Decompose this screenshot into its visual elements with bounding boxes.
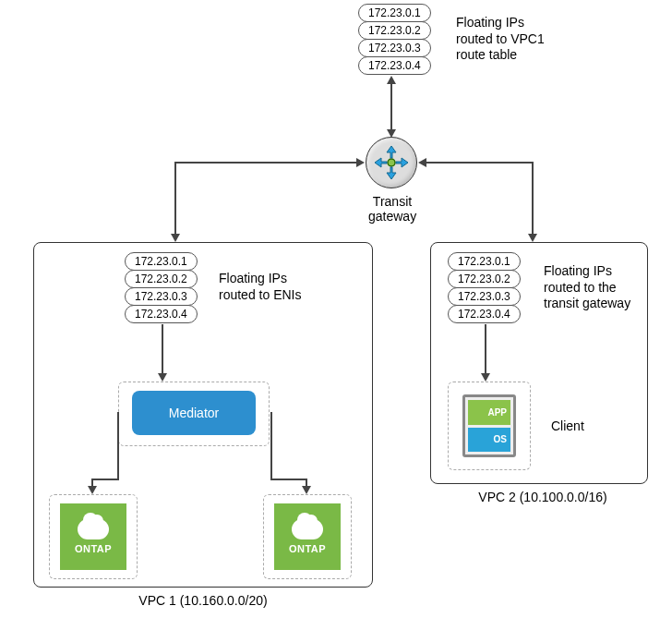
ip-pill: 172.23.0.1 — [125, 252, 198, 271]
connector-line — [174, 162, 176, 236]
svg-point-0 — [388, 159, 395, 166]
label-line: Floating IPs — [219, 271, 302, 287]
arrowhead-down-icon — [88, 486, 97, 494]
top-floating-ips: 172.23.0.1 172.23.0.2 172.23.0.3 172.23.… — [358, 4, 431, 74]
client-label: Client — [551, 418, 584, 435]
vpc2-container: 172.23.0.1 172.23.0.2 172.23.0.3 172.23.… — [430, 242, 648, 484]
vpc1-container: 172.23.0.1 172.23.0.2 172.23.0.3 172.23.… — [33, 242, 373, 588]
label-line: transit gateway — [544, 296, 630, 312]
label-line: Floating IPs — [456, 15, 545, 31]
arrowhead-left-icon — [418, 158, 426, 167]
label-line: route table — [456, 47, 545, 64]
ip-pill: 172.23.0.2 — [358, 21, 431, 40]
label-line: Floating IPs — [544, 263, 630, 280]
ip-pill: 172.23.0.3 — [358, 39, 431, 57]
transit-gateway-label: Transit gateway — [368, 194, 416, 224]
vpc2-ips-label: Floating IPs routed to the transit gatew… — [544, 263, 630, 312]
ip-pill: 172.23.0.4 — [125, 305, 198, 323]
ip-pill: 172.23.0.3 — [448, 287, 521, 306]
arrowhead-down-icon — [528, 234, 537, 242]
ontap-label: ONTAP — [289, 543, 326, 554]
router-arrows-icon — [369, 140, 414, 185]
cloud-icon — [292, 519, 323, 539]
arrowhead-down-icon — [158, 373, 167, 382]
vpc2-caption: VPC 2 (10.100.0.0/16) — [450, 490, 635, 504]
ip-pill: 172.23.0.3 — [125, 287, 198, 306]
connector-line — [270, 412, 272, 480]
arrowhead-down-icon — [481, 373, 490, 382]
ip-pill: 172.23.0.4 — [358, 56, 431, 75]
ip-pill: 172.23.0.2 — [125, 270, 198, 288]
connector-line — [162, 324, 163, 375]
mediator-node: Mediator — [132, 391, 256, 435]
connector-line — [532, 162, 534, 236]
connector-line — [174, 162, 357, 164]
top-ips-label: Floating IPs routed to VPC1 route table — [456, 15, 545, 64]
ontap-node: ONTAP — [274, 503, 341, 570]
client-os-tile: OS — [468, 428, 510, 453]
connector-line — [390, 83, 392, 131]
vpc1-floating-ips: 172.23.0.1 172.23.0.2 172.23.0.3 172.23.… — [125, 252, 198, 322]
vpc1-ips-label: Floating IPs routed to ENIs — [219, 271, 302, 303]
label-line: routed to ENIs — [219, 287, 302, 304]
client-app-tile: APP — [468, 400, 510, 425]
transit-gateway-router-icon — [366, 137, 417, 188]
arrowhead-down-icon — [302, 486, 311, 494]
connector-line — [426, 162, 534, 164]
client-machine: APP OS — [462, 394, 516, 457]
ontap-node: ONTAP — [60, 503, 126, 570]
ontap-label: ONTAP — [75, 543, 112, 554]
connector-line — [91, 479, 119, 480]
vpc1-caption: VPC 1 (10.160.0.0/20) — [111, 593, 295, 608]
ip-pill: 172.23.0.1 — [448, 252, 521, 271]
label-line: routed to the — [544, 280, 630, 297]
ip-pill: 172.23.0.4 — [448, 305, 521, 323]
connector-line — [485, 324, 486, 375]
arrowhead-right-icon — [356, 158, 365, 167]
cloud-icon — [78, 519, 109, 539]
label-line: routed to VPC1 — [456, 31, 545, 48]
label-line: gateway — [368, 209, 416, 224]
connector-line — [117, 412, 119, 480]
label-line: Transit — [368, 194, 416, 209]
connector-line — [272, 479, 307, 480]
ip-pill: 172.23.0.1 — [358, 4, 431, 22]
arrowhead-down-icon — [171, 234, 180, 242]
ip-pill: 172.23.0.2 — [448, 270, 521, 288]
vpc2-floating-ips: 172.23.0.1 172.23.0.2 172.23.0.3 172.23.… — [448, 252, 521, 322]
